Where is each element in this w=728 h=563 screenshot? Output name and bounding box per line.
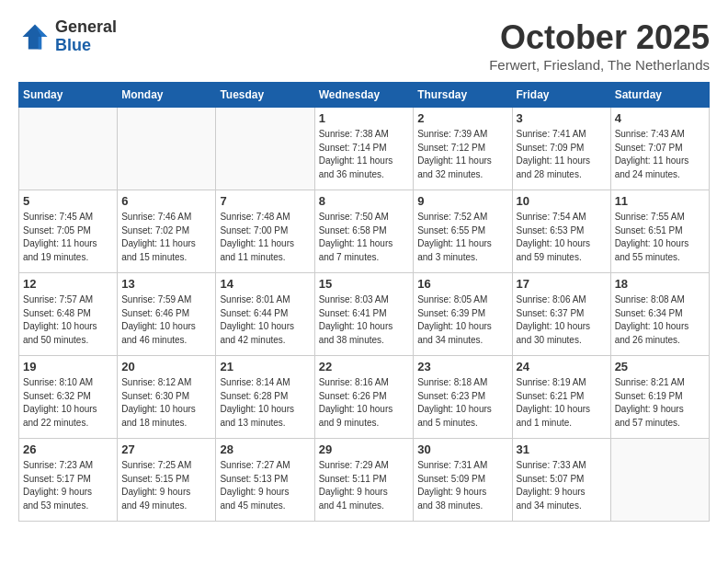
weekday-header: Wednesday [314,83,414,108]
day-number: 7 [220,194,310,208]
day-number: 14 [220,277,310,291]
calendar-cell: 31Sunrise: 7:33 AMSunset: 5:07 PMDayligh… [512,439,610,522]
calendar-cell [216,108,314,190]
weekday-header: Friday [512,83,610,108]
calendar-cell: 2Sunrise: 7:39 AMSunset: 7:12 PMDaylight… [414,108,512,190]
day-info: Sunrise: 7:59 AMSunset: 6:46 PMDaylight:… [121,293,211,347]
day-number: 2 [417,111,507,125]
day-number: 24 [517,360,607,373]
day-info: Sunrise: 8:03 AMSunset: 6:41 PMDaylight:… [319,293,410,347]
week-row: 19Sunrise: 8:10 AMSunset: 6:32 PMDayligh… [19,356,710,439]
day-info: Sunrise: 7:48 AMSunset: 7:00 PMDaylight:… [220,211,310,264]
calendar-cell: 10Sunrise: 7:54 AMSunset: 6:53 PMDayligh… [512,190,610,273]
day-info: Sunrise: 7:29 AMSunset: 5:11 PMDaylight:… [319,459,410,512]
month-title: October 2025 [489,18,710,57]
week-row: 1Sunrise: 7:38 AMSunset: 7:14 PMDaylight… [19,108,710,190]
calendar-cell: 15Sunrise: 8:03 AMSunset: 6:41 PMDayligh… [314,273,414,356]
calendar-cell: 23Sunrise: 8:18 AMSunset: 6:23 PMDayligh… [414,356,512,439]
day-info: Sunrise: 7:52 AMSunset: 6:55 PMDaylight:… [417,211,507,264]
day-number: 19 [23,360,113,373]
calendar-cell: 21Sunrise: 8:14 AMSunset: 6:28 PMDayligh… [216,356,314,439]
calendar-cell: 28Sunrise: 7:27 AMSunset: 5:13 PMDayligh… [216,439,314,522]
calendar-cell: 19Sunrise: 8:10 AMSunset: 6:32 PMDayligh… [19,356,118,439]
day-number: 27 [121,442,211,456]
day-info: Sunrise: 7:33 AMSunset: 5:07 PMDaylight:… [517,459,607,512]
calendar-cell [118,108,216,190]
page-header: General Blue October 2025 Ferwert, Fries… [18,18,710,73]
day-number: 16 [417,277,507,291]
logo-line2: Blue [55,37,117,55]
week-row: 26Sunrise: 7:23 AMSunset: 5:17 PMDayligh… [19,439,710,522]
day-info: Sunrise: 7:54 AMSunset: 6:53 PMDaylight:… [517,211,607,264]
calendar-cell: 8Sunrise: 7:50 AMSunset: 6:58 PMDaylight… [314,190,414,273]
weekday-header: Monday [118,83,216,108]
calendar-cell: 29Sunrise: 7:29 AMSunset: 5:11 PMDayligh… [314,439,414,522]
day-info: Sunrise: 8:12 AMSunset: 6:30 PMDaylight:… [121,376,211,430]
day-number: 11 [615,194,705,208]
day-number: 28 [220,442,310,456]
calendar-cell: 9Sunrise: 7:52 AMSunset: 6:55 PMDaylight… [414,190,512,273]
calendar-cell: 30Sunrise: 7:31 AMSunset: 5:09 PMDayligh… [414,439,512,522]
logo-icon [18,20,51,53]
calendar-cell: 18Sunrise: 8:08 AMSunset: 6:34 PMDayligh… [610,273,709,356]
calendar-cell: 26Sunrise: 7:23 AMSunset: 5:17 PMDayligh… [19,439,118,522]
weekday-header: Thursday [414,83,512,108]
day-info: Sunrise: 7:25 AMSunset: 5:15 PMDaylight:… [121,459,211,512]
day-info: Sunrise: 7:45 AMSunset: 7:05 PMDaylight:… [23,211,113,264]
calendar-cell: 1Sunrise: 7:38 AMSunset: 7:14 PMDaylight… [314,108,414,190]
day-info: Sunrise: 8:21 AMSunset: 6:19 PMDaylight:… [615,376,705,430]
day-info: Sunrise: 8:10 AMSunset: 6:32 PMDaylight:… [23,376,113,430]
day-info: Sunrise: 7:39 AMSunset: 7:12 PMDaylight:… [417,128,507,181]
calendar-cell [19,108,118,190]
day-number: 13 [121,277,211,291]
week-row: 12Sunrise: 7:57 AMSunset: 6:48 PMDayligh… [19,273,710,356]
day-info: Sunrise: 7:41 AMSunset: 7:09 PMDaylight:… [517,128,607,181]
day-info: Sunrise: 8:05 AMSunset: 6:39 PMDaylight:… [417,293,507,347]
day-number: 25 [615,360,705,373]
calendar-cell: 14Sunrise: 8:01 AMSunset: 6:44 PMDayligh… [216,273,314,356]
day-number: 6 [121,194,211,208]
calendar-cell: 24Sunrise: 8:19 AMSunset: 6:21 PMDayligh… [512,356,610,439]
day-number: 20 [121,360,211,373]
day-number: 12 [23,277,113,291]
calendar-cell: 22Sunrise: 8:16 AMSunset: 6:26 PMDayligh… [314,356,414,439]
day-number: 8 [319,194,410,208]
day-number: 5 [23,194,113,208]
calendar-cell: 3Sunrise: 7:41 AMSunset: 7:09 PMDaylight… [512,108,610,190]
day-number: 29 [319,442,410,456]
day-info: Sunrise: 8:18 AMSunset: 6:23 PMDaylight:… [417,376,507,430]
calendar-cell: 16Sunrise: 8:05 AMSunset: 6:39 PMDayligh… [414,273,512,356]
day-number: 15 [319,277,410,291]
day-info: Sunrise: 7:57 AMSunset: 6:48 PMDaylight:… [23,293,113,347]
calendar-table: SundayMondayTuesdayWednesdayThursdayFrid… [18,82,710,522]
day-info: Sunrise: 8:14 AMSunset: 6:28 PMDaylight:… [220,376,310,430]
day-info: Sunrise: 8:16 AMSunset: 6:26 PMDaylight:… [319,376,410,430]
calendar-cell [610,439,709,522]
day-number: 10 [517,194,607,208]
day-number: 21 [220,360,310,373]
week-row: 5Sunrise: 7:45 AMSunset: 7:05 PMDaylight… [19,190,710,273]
day-number: 30 [417,442,507,456]
day-info: Sunrise: 7:31 AMSunset: 5:09 PMDaylight:… [417,459,507,512]
day-info: Sunrise: 8:06 AMSunset: 6:37 PMDaylight:… [517,293,607,347]
calendar-cell: 13Sunrise: 7:59 AMSunset: 6:46 PMDayligh… [118,273,216,356]
weekday-header: Sunday [19,83,118,108]
day-number: 22 [319,360,410,373]
day-info: Sunrise: 8:08 AMSunset: 6:34 PMDaylight:… [615,293,705,347]
logo-line1: General [55,18,117,37]
calendar-cell: 4Sunrise: 7:43 AMSunset: 7:07 PMDaylight… [610,108,709,190]
day-number: 9 [417,194,507,208]
location-subtitle: Ferwert, Friesland, The Netherlands [489,57,710,73]
day-number: 18 [615,277,705,291]
day-info: Sunrise: 7:43 AMSunset: 7:07 PMDaylight:… [615,128,705,181]
day-info: Sunrise: 7:27 AMSunset: 5:13 PMDaylight:… [220,459,310,512]
calendar-cell: 12Sunrise: 7:57 AMSunset: 6:48 PMDayligh… [19,273,118,356]
day-number: 23 [417,360,507,373]
calendar-cell: 20Sunrise: 8:12 AMSunset: 6:30 PMDayligh… [118,356,216,439]
calendar-cell: 5Sunrise: 7:45 AMSunset: 7:05 PMDaylight… [19,190,118,273]
calendar-cell: 27Sunrise: 7:25 AMSunset: 5:15 PMDayligh… [118,439,216,522]
day-info: Sunrise: 7:38 AMSunset: 7:14 PMDaylight:… [319,128,410,181]
day-info: Sunrise: 7:50 AMSunset: 6:58 PMDaylight:… [319,211,410,264]
day-number: 3 [517,111,607,125]
calendar-cell: 17Sunrise: 8:06 AMSunset: 6:37 PMDayligh… [512,273,610,356]
